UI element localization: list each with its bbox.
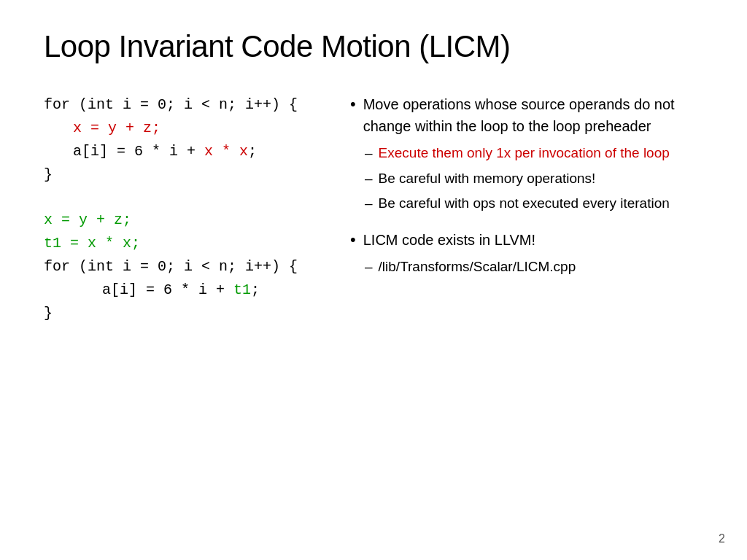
bullet-item-2: • LICM code exists in LLVM! – /lib/Trans… — [350, 229, 703, 278]
sub-dash-2-1: – — [365, 257, 373, 278]
right-column: • Move operations whose source operands … — [350, 93, 703, 292]
code-line-x-green: x = y + z; — [44, 209, 321, 232]
bullet-dot-1: • — [350, 93, 356, 116]
code-t1-ref-green: t1 — [233, 281, 251, 298]
sub-text-2-1: /lib/Transforms/Scalar/LICM.cpp — [379, 257, 703, 278]
code-ai2-black: a[i] = 6 * i + — [102, 281, 233, 298]
sub-bullet-2-1: – /lib/Transforms/Scalar/LICM.cpp — [365, 257, 703, 278]
sub-bullets-2: – /lib/Transforms/Scalar/LICM.cpp — [365, 257, 703, 278]
code-line-t1-green: t1 = x * x; — [44, 232, 321, 255]
bullet-main-1: • Move operations whose source operands … — [350, 93, 703, 137]
code-line-close2: } — [44, 302, 321, 325]
sub-text-1-1: Execute them only 1x per invocation of t… — [379, 143, 703, 164]
sub-bullet-1-2: – Be careful with memory operations! — [365, 168, 703, 190]
bullet-dot-2: • — [350, 229, 356, 252]
code-line-2: x = y + z; — [44, 117, 321, 140]
code-line-1: for (int i = 0; i < n; i++) { — [44, 93, 321, 117]
slide-number: 2 — [719, 532, 725, 545]
code-block-after: x = y + z; t1 = x * x; for (int i = 0; i… — [44, 209, 321, 325]
code-ai-black-2: ; — [248, 143, 257, 160]
content-area: for (int i = 0; i < n; i++) { x = y + z;… — [44, 93, 703, 347]
code-x-eq-yz-red: x = y + z; — [73, 120, 160, 136]
sub-text-1-2: Be careful with memory operations! — [379, 168, 703, 190]
code-block-before: for (int i = 0; i < n; i++) { x = y + z;… — [44, 93, 321, 187]
code-line-3: a[i] = 6 * i + x * x; — [44, 140, 321, 163]
bullet-item-1: • Move operations whose source operands … — [350, 93, 703, 214]
code-ai2-end: ; — [251, 281, 260, 298]
code-x-green: x = y + z; — [44, 211, 131, 228]
code-line-for2: for (int i = 0; i < n; i++) { — [44, 255, 321, 279]
code-line-ai2: a[i] = 6 * i + t1; — [44, 279, 321, 302]
bullet-main-2: • LICM code exists in LLVM! — [350, 229, 703, 252]
sub-dash-1-2: – — [365, 168, 373, 190]
left-column: for (int i = 0; i < n; i++) { x = y + z;… — [44, 93, 321, 347]
sub-bullet-1-3: – Be careful with ops not executed every… — [365, 193, 703, 214]
bullet-text-2: LICM code exists in LLVM! — [363, 229, 703, 251]
code-line-4: } — [44, 163, 321, 187]
slide: Loop Invariant Code Motion (LICM) for (i… — [0, 0, 747, 560]
slide-title: Loop Invariant Code Motion (LICM) — [44, 29, 703, 64]
sub-text-1-3: Be careful with ops not executed every i… — [379, 193, 703, 214]
code-xx-red: x * x — [204, 143, 248, 160]
sub-dash-1-1: – — [365, 143, 373, 164]
bullet-text-1: Move operations whose source operands do… — [363, 93, 703, 137]
sub-bullet-1-1: – Execute them only 1x per invocation of… — [365, 143, 703, 164]
code-ai-black-1: a[i] = 6 * i + — [73, 143, 204, 160]
code-t1-green: t1 = x * x; — [44, 235, 140, 252]
sub-dash-1-3: – — [365, 193, 373, 214]
sub-bullets-1: – Execute them only 1x per invocation of… — [365, 143, 703, 214]
